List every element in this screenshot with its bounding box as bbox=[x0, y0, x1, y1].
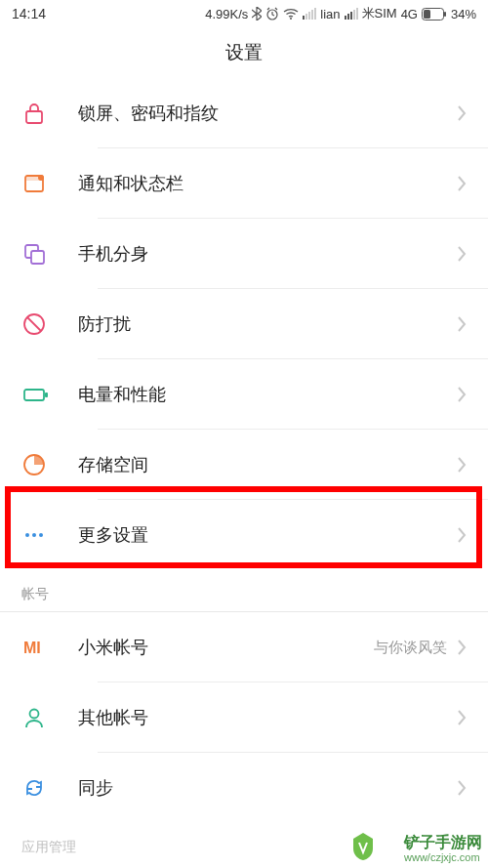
page-title: 设置 bbox=[0, 27, 488, 78]
wifi-icon bbox=[283, 8, 299, 20]
chevron-right-icon bbox=[457, 386, 467, 403]
chevron-right-icon bbox=[457, 639, 467, 656]
alarm-icon bbox=[265, 7, 279, 21]
row-dnd[interactable]: 防打扰 bbox=[0, 289, 488, 359]
row-sync[interactable]: 同步 bbox=[0, 753, 488, 823]
row-storage[interactable]: 存储空间 bbox=[0, 430, 488, 500]
status-right: 4.99K/s lian 米SIM 4G 34% bbox=[205, 5, 476, 22]
row-label: 更多设置 bbox=[78, 523, 457, 547]
status-carrier: lian bbox=[320, 7, 340, 21]
notification-bar-icon bbox=[21, 171, 78, 196]
chevron-right-icon bbox=[457, 245, 467, 263]
more-dots-icon bbox=[21, 522, 78, 548]
signal-2-icon bbox=[345, 8, 358, 20]
row-mi-account[interactable]: MI 小米帐号 与你谈风笑 bbox=[0, 612, 488, 682]
svg-rect-23 bbox=[45, 393, 48, 397]
row-label: 锁屏、密码和指纹 bbox=[78, 102, 457, 125]
row-value: 与你谈风笑 bbox=[374, 639, 447, 657]
svg-rect-5 bbox=[311, 10, 313, 20]
chevron-right-icon bbox=[457, 175, 467, 192]
storage-pie-icon bbox=[21, 452, 78, 477]
svg-rect-2 bbox=[303, 16, 305, 20]
status-network: 4G bbox=[401, 7, 418, 21]
svg-text:MI: MI bbox=[23, 640, 41, 656]
svg-rect-6 bbox=[314, 8, 316, 20]
svg-rect-15 bbox=[26, 111, 42, 123]
chevron-right-icon bbox=[457, 456, 467, 474]
row-label: 同步 bbox=[78, 776, 457, 800]
svg-rect-4 bbox=[308, 12, 310, 20]
status-bar: 14:14 4.99K/s lian 米SIM 4G 34% bbox=[0, 0, 488, 27]
row-lockscreen[interactable]: 锁屏、密码和指纹 bbox=[0, 78, 488, 148]
row-label: 其他帐号 bbox=[78, 706, 457, 729]
row-label: 电量和性能 bbox=[78, 383, 457, 406]
row-label: 防打扰 bbox=[78, 312, 457, 336]
svg-rect-8 bbox=[347, 14, 349, 20]
row-more-settings[interactable]: 更多设置 bbox=[0, 500, 488, 570]
row-label: 手机分身 bbox=[78, 242, 457, 266]
dual-rect-icon bbox=[21, 241, 78, 267]
svg-rect-11 bbox=[356, 8, 358, 20]
svg-point-29 bbox=[30, 710, 39, 719]
chevron-right-icon bbox=[457, 709, 467, 726]
bluetooth-icon bbox=[252, 7, 262, 21]
person-icon bbox=[21, 705, 78, 730]
chevron-right-icon bbox=[457, 779, 467, 797]
status-battery-pct: 34% bbox=[451, 7, 476, 21]
svg-rect-22 bbox=[24, 390, 44, 400]
row-label: 通知和状态栏 bbox=[78, 172, 457, 195]
section-accounts-label: 帐号 bbox=[0, 570, 488, 611]
svg-rect-9 bbox=[350, 12, 352, 20]
svg-rect-20 bbox=[31, 251, 44, 264]
row-label: 小米帐号 bbox=[78, 636, 374, 659]
status-time: 14:14 bbox=[12, 6, 46, 21]
dnd-icon bbox=[21, 311, 78, 337]
svg-rect-10 bbox=[353, 10, 355, 20]
watermark-text: 铲子手游网 www/czjxjc.com bbox=[404, 833, 482, 864]
row-other-accounts[interactable]: 其他帐号 bbox=[0, 682, 488, 753]
sync-icon bbox=[21, 775, 78, 801]
svg-point-1 bbox=[290, 18, 292, 20]
chevron-right-icon bbox=[457, 104, 467, 122]
chevron-right-icon bbox=[457, 315, 467, 333]
svg-point-27 bbox=[39, 533, 43, 537]
status-sim: 米SIM bbox=[362, 5, 397, 22]
row-notification[interactable]: 通知和状态栏 bbox=[0, 148, 488, 219]
row-second-space[interactable]: 手机分身 bbox=[0, 219, 488, 289]
status-left: 14:14 bbox=[12, 6, 46, 21]
lock-icon bbox=[21, 101, 78, 126]
svg-point-18 bbox=[38, 175, 44, 181]
chevron-right-icon bbox=[457, 526, 467, 544]
settings-list: 锁屏、密码和指纹 通知和状态栏 手机分身 防打扰 电量和性能 bbox=[0, 78, 488, 858]
watermark-logo-icon bbox=[346, 829, 381, 868]
svg-rect-7 bbox=[345, 16, 346, 20]
svg-rect-14 bbox=[444, 12, 446, 17]
svg-rect-13 bbox=[424, 10, 430, 19]
row-battery[interactable]: 电量和性能 bbox=[0, 359, 488, 430]
mi-logo-icon: MI bbox=[21, 635, 78, 660]
status-speed: 4.99K/s bbox=[205, 7, 248, 21]
svg-point-25 bbox=[25, 533, 29, 537]
battery-icon bbox=[422, 8, 447, 21]
battery-perf-icon bbox=[21, 382, 78, 407]
svg-rect-3 bbox=[305, 14, 307, 20]
svg-point-26 bbox=[32, 533, 36, 537]
signal-1-icon bbox=[303, 8, 316, 20]
row-label: 存储空间 bbox=[78, 453, 457, 476]
